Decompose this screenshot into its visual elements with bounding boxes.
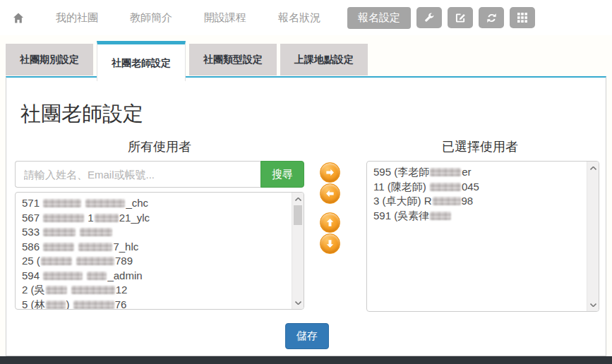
search-input[interactable] xyxy=(15,161,260,188)
wrench-icon[interactable] xyxy=(416,7,442,28)
redacted-text xyxy=(43,228,76,236)
tab-1[interactable]: 社團期別設定 xyxy=(6,44,93,75)
tab-2[interactable]: 社團老師設定 xyxy=(97,41,186,81)
scroll-down-icon[interactable] xyxy=(587,299,599,310)
redacted-text xyxy=(78,243,112,251)
content-panel: 社團老師設定 所有使用者 已選擇使用者 搜尋 571 _chc567 121_y… xyxy=(6,76,606,356)
list-item[interactable]: 595 (李老師er xyxy=(373,165,580,180)
selected-users-heading: 已選擇使用者 xyxy=(366,138,594,155)
redacted-text xyxy=(41,257,72,265)
tab-4[interactable]: 上課地點設定 xyxy=(280,44,368,75)
tab-3[interactable]: 社團類型設定 xyxy=(189,44,277,75)
list-item[interactable]: 2 (吳 12 xyxy=(22,283,285,298)
nav-link-3[interactable]: 開設課程 xyxy=(204,11,246,23)
grid-icon[interactable] xyxy=(510,7,535,28)
redacted-text xyxy=(46,301,66,309)
redacted-text xyxy=(43,243,74,251)
redacted-text xyxy=(430,168,461,176)
list-item[interactable]: 25 ( 789 xyxy=(22,254,285,269)
redacted-text xyxy=(430,183,461,191)
redacted-text xyxy=(87,272,107,280)
move-right-button[interactable] xyxy=(320,162,340,183)
selected-users-listbox[interactable]: 595 (李老師er11 (陳老師) 0453 (卓大師) R98591 (吳素… xyxy=(366,161,599,312)
all-users-heading: 所有使用者 xyxy=(15,138,304,155)
list-item[interactable]: 533 xyxy=(22,225,285,240)
redacted-text xyxy=(85,199,125,207)
redacted-text xyxy=(430,212,451,220)
search-button[interactable]: 搜尋 xyxy=(260,161,304,188)
redacted-text xyxy=(43,214,84,222)
list-item[interactable]: 586 7_hlc xyxy=(22,240,285,255)
top-navbar: 我的社團教師簡介開設課程報名狀況 報名設定 xyxy=(0,0,612,35)
settings-tabs: 社團期別設定社團老師設定社團類型設定上課地點設定 xyxy=(6,44,368,81)
footer-bar xyxy=(0,356,612,364)
redacted-text xyxy=(80,228,112,236)
list-item[interactable]: 11 (陳老師) 045 xyxy=(373,180,580,195)
list-item[interactable]: 591 (吳素律 xyxy=(373,209,580,224)
home-icon[interactable] xyxy=(13,13,24,23)
save-button[interactable]: 儲存 xyxy=(285,323,329,349)
redacted-text xyxy=(46,286,67,294)
all-users-scrollbar[interactable] xyxy=(292,193,304,309)
list-item[interactable]: 5 (林) 76 xyxy=(22,298,285,310)
scroll-down-icon[interactable] xyxy=(292,297,304,308)
list-item[interactable]: 594 _admin xyxy=(22,269,285,284)
scroll-up-icon[interactable] xyxy=(587,162,599,174)
scrollbar-thumb[interactable] xyxy=(294,205,302,225)
redacted-text xyxy=(95,214,119,222)
edit-icon[interactable] xyxy=(448,7,473,28)
move-left-button[interactable] xyxy=(320,183,340,204)
redacted-text xyxy=(433,197,461,205)
list-item[interactable]: 567 121_ylc xyxy=(22,211,285,226)
nav-link-1[interactable]: 我的社團 xyxy=(56,11,98,23)
redacted-text xyxy=(43,272,83,280)
nav-link-2[interactable]: 教師簡介 xyxy=(130,11,172,23)
nav-links: 我的社團教師簡介開設課程報名狀況 xyxy=(24,11,320,25)
scroll-up-icon[interactable] xyxy=(292,193,304,205)
redacted-text xyxy=(76,257,114,265)
refresh-icon[interactable] xyxy=(479,7,504,28)
redacted-text xyxy=(43,199,81,207)
redacted-text xyxy=(73,301,114,309)
move-down-button[interactable] xyxy=(320,233,340,254)
nav-link-4[interactable]: 報名狀況 xyxy=(278,11,320,23)
page-title: 社團老師設定 xyxy=(20,100,143,128)
redacted-text xyxy=(71,286,115,294)
selected-users-scrollbar[interactable] xyxy=(587,162,599,311)
list-item[interactable]: 571 _chc xyxy=(22,196,285,211)
all-users-listbox[interactable]: 571 _chc567 121_ylc533 586 7_hlc25 ( 789… xyxy=(15,192,304,310)
nav-button-registration-settings[interactable]: 報名設定 xyxy=(347,7,411,29)
move-up-button[interactable] xyxy=(320,212,340,233)
user-search-group: 搜尋 xyxy=(15,161,304,188)
list-item[interactable]: 3 (卓大師) R98 xyxy=(373,194,580,209)
